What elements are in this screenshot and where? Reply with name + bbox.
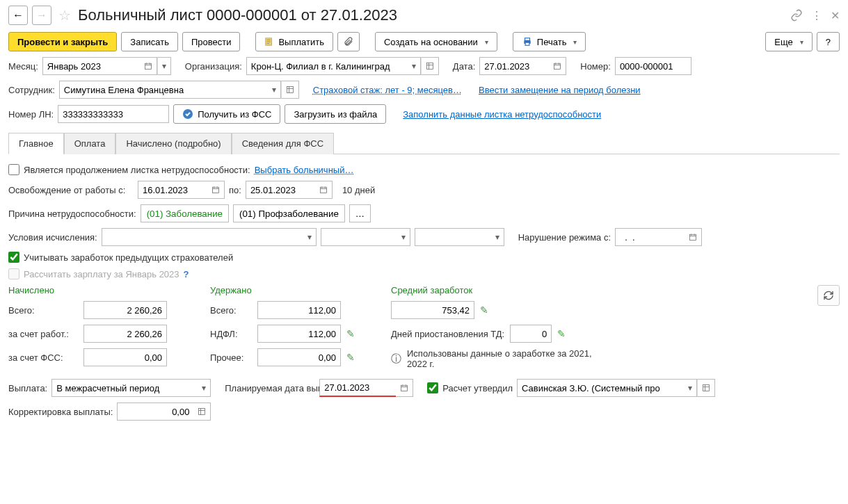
- tab-fss-info[interactable]: Сведения для ФСС: [232, 133, 334, 154]
- fss-value-input[interactable]: [83, 348, 167, 366]
- approver-input[interactable]: [517, 379, 684, 397]
- date-label: Дата:: [453, 61, 475, 72]
- link-icon[interactable]: [790, 9, 803, 22]
- continuation-checkbox[interactable]: [8, 164, 19, 175]
- payout-select[interactable]: [51, 379, 198, 397]
- get-from-fss-button[interactable]: Получить из ФСС: [173, 104, 280, 124]
- tab-main[interactable]: Главное: [8, 133, 64, 154]
- print-button[interactable]: Печать: [513, 32, 586, 51]
- other-label: Прочее:: [210, 352, 252, 363]
- dropdown-icon[interactable]: ▾: [157, 57, 171, 75]
- document-icon: [264, 37, 274, 47]
- open-icon[interactable]: [281, 81, 299, 99]
- favorite-star-icon[interactable]: ☆: [58, 7, 71, 24]
- dropdown-icon[interactable]: ▾: [397, 228, 410, 246]
- tab-payment[interactable]: Оплата: [64, 133, 116, 154]
- svg-rect-14: [199, 409, 205, 415]
- ndfl-value-input[interactable]: [257, 325, 341, 343]
- tab-accrued[interactable]: Начислено (подробно): [115, 133, 231, 154]
- dropdown-icon[interactable]: ▾: [303, 228, 317, 246]
- select-sick-link[interactable]: Выбрать больничный…: [255, 165, 354, 175]
- svg-rect-6: [554, 63, 561, 69]
- post-button[interactable]: Провести: [182, 32, 241, 51]
- held-total-input[interactable]: [257, 301, 341, 319]
- dropdown-icon[interactable]: ▾: [268, 81, 281, 99]
- calc-cond-1-input[interactable]: [102, 228, 303, 246]
- fss-icon: [182, 108, 193, 120]
- calc-cond-2-input[interactable]: [321, 228, 397, 246]
- calc-cond-3-input[interactable]: [415, 228, 491, 246]
- cause-more-button[interactable]: …: [349, 204, 371, 222]
- info-icon: ⓘ: [391, 352, 401, 366]
- consider-prev-checkbox[interactable]: [8, 252, 19, 263]
- pencil-edit-icon[interactable]: ✎: [346, 352, 355, 363]
- pencil-edit-icon[interactable]: ✎: [346, 328, 355, 339]
- employee-label: Сотрудник:: [8, 85, 55, 95]
- refresh-button[interactable]: [817, 285, 840, 306]
- recalc-salary-checkbox: [8, 268, 19, 279]
- tabs: Главное Оплата Начислено (подробно) Свед…: [8, 132, 840, 154]
- release-from-input[interactable]: [138, 181, 207, 199]
- approved-checkbox[interactable]: [427, 382, 438, 393]
- date-input[interactable]: [479, 57, 549, 75]
- avg-value-input[interactable]: [391, 301, 474, 319]
- cause-primary-button[interactable]: (01) Заболевание: [141, 204, 229, 222]
- calendar-icon[interactable]: [685, 228, 702, 246]
- help-button[interactable]: ?: [817, 32, 840, 51]
- insurance-seniority-link[interactable]: Страховой стаж: лет - 9; месяцев…: [313, 85, 462, 95]
- close-icon[interactable]: ✕: [831, 9, 840, 22]
- forward-button[interactable]: →: [32, 6, 51, 25]
- pencil-edit-icon[interactable]: ✎: [557, 328, 566, 339]
- attach-button[interactable]: [337, 32, 360, 51]
- load-from-file-button[interactable]: Загрузить из файла: [285, 104, 386, 124]
- employee-input[interactable]: [59, 81, 268, 99]
- release-to-input[interactable]: [246, 181, 315, 199]
- recalc-salary-label: Рассчитать зарплату за Январь 2023: [24, 269, 179, 279]
- consider-prev-label: Учитывать заработок предыдущих страховат…: [24, 252, 233, 263]
- menu-dots-icon[interactable]: ⋮: [811, 9, 822, 22]
- save-button[interactable]: Записать: [121, 32, 178, 51]
- open-icon[interactable]: [697, 379, 715, 397]
- calendar-icon[interactable]: [140, 57, 157, 75]
- dropdown-icon[interactable]: ▾: [491, 228, 504, 246]
- open-icon[interactable]: [421, 57, 439, 75]
- pencil-edit-icon[interactable]: ✎: [480, 304, 488, 316]
- open-icon[interactable]: [193, 403, 211, 421]
- total-label: Всего:: [8, 305, 78, 316]
- month-input[interactable]: [42, 57, 140, 75]
- back-button[interactable]: ←: [8, 6, 28, 25]
- accrued-total-input[interactable]: [83, 301, 167, 319]
- consider-prev-wrap[interactable]: Учитывать заработок предыдущих страховат…: [8, 252, 233, 263]
- other-value-input[interactable]: [257, 348, 341, 366]
- ln-number-input[interactable]: [58, 105, 169, 123]
- calendar-icon[interactable]: [207, 181, 225, 199]
- calendar-icon[interactable]: [396, 379, 413, 397]
- svg-rect-9: [213, 187, 219, 193]
- suspension-label: Дней приостановления ТД:: [391, 329, 504, 339]
- substitution-link[interactable]: Ввести замещение на период болезни: [479, 85, 641, 95]
- continuation-checkbox-wrap[interactable]: Является продолжением листка нетрудоспос…: [8, 164, 250, 175]
- calendar-icon[interactable]: [549, 57, 566, 75]
- employer-value-input[interactable]: [83, 325, 167, 343]
- suspension-value-input[interactable]: [510, 325, 552, 343]
- calendar-icon[interactable]: [315, 181, 333, 199]
- create-based-on-button[interactable]: Создать на основании: [375, 32, 497, 51]
- planned-date-input[interactable]: [319, 379, 396, 397]
- correction-label: Корректировка выплаты:: [8, 407, 113, 417]
- post-and-close-button[interactable]: Провести и закрыть: [8, 32, 117, 51]
- days-text: 10 дней: [342, 185, 375, 195]
- fill-data-link[interactable]: Заполнить данные листка нетрудоспособнос…: [403, 109, 601, 120]
- data-used-text: Использованы данные о заработке за 2021,…: [407, 348, 607, 369]
- dropdown-icon[interactable]: ▾: [198, 379, 211, 397]
- dropdown-icon[interactable]: ▾: [408, 57, 421, 75]
- org-input[interactable]: [246, 57, 408, 75]
- violation-date-input[interactable]: [615, 228, 685, 246]
- correction-input[interactable]: [117, 403, 193, 421]
- pay-button[interactable]: Выплатить: [255, 32, 333, 51]
- dropdown-icon[interactable]: ▾: [684, 379, 697, 397]
- help-question-link[interactable]: ?: [184, 269, 189, 279]
- more-button[interactable]: Еще: [765, 32, 812, 51]
- number-input[interactable]: [615, 57, 691, 75]
- approved-wrap[interactable]: Расчет утвердил: [427, 382, 513, 393]
- cause-secondary-button[interactable]: (01) Профзаболевание: [233, 204, 345, 222]
